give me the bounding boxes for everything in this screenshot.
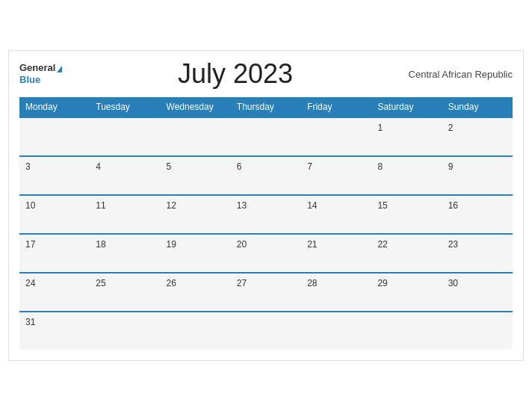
- calendar-day-7: 7: [301, 156, 371, 195]
- calendar-day-empty: [161, 312, 231, 350]
- calendar-week-5: 24252627282930: [19, 273, 513, 312]
- calendar-day-21: 21: [301, 234, 371, 273]
- calendar-day-24: 24: [19, 273, 90, 312]
- calendar-day-19: 19: [161, 234, 231, 273]
- calendar-day-14: 14: [301, 195, 371, 234]
- calendar-day-empty: [90, 117, 160, 156]
- calendar-day-empty: [301, 312, 371, 350]
- calendar: General Blue July 2023 Central African R…: [8, 50, 524, 361]
- calendar-day-31: 31: [19, 312, 90, 350]
- calendar-day-23: 23: [442, 234, 513, 273]
- calendar-day-empty: [371, 312, 442, 350]
- calendar-day-empty: [442, 312, 513, 350]
- calendar-header: General Blue July 2023 Central African R…: [19, 58, 513, 90]
- calendar-day-2: 2: [442, 117, 513, 156]
- calendar-week-2: 3456789: [19, 156, 513, 195]
- calendar-day-10: 10: [19, 195, 90, 234]
- calendar-day-empty: [231, 312, 301, 350]
- calendar-table: MondayTuesdayWednesdayThursdayFridaySatu…: [19, 97, 513, 350]
- calendar-day-9: 9: [442, 156, 513, 195]
- calendar-body: 1234567891011121314151617181920212223242…: [19, 117, 513, 350]
- calendar-day-11: 11: [90, 195, 160, 234]
- calendar-day-22: 22: [371, 234, 442, 273]
- month-title: July 2023: [178, 58, 293, 90]
- calendar-day-26: 26: [161, 273, 231, 312]
- day-headers: MondayTuesdayWednesdayThursdayFridaySatu…: [19, 97, 513, 117]
- day-header-friday: Friday: [301, 97, 371, 117]
- day-header-tuesday: Tuesday: [90, 97, 160, 117]
- calendar-day-28: 28: [301, 273, 371, 312]
- calendar-day-12: 12: [161, 195, 231, 234]
- day-header-monday: Monday: [19, 97, 90, 117]
- day-header-wednesday: Wednesday: [161, 97, 231, 117]
- day-header-saturday: Saturday: [371, 97, 442, 117]
- calendar-day-5: 5: [161, 156, 231, 195]
- calendar-day-20: 20: [231, 234, 301, 273]
- calendar-day-6: 6: [231, 156, 301, 195]
- calendar-day-3: 3: [19, 156, 90, 195]
- calendar-day-empty: [19, 117, 90, 156]
- calendar-day-16: 16: [442, 195, 513, 234]
- calendar-day-27: 27: [231, 273, 301, 312]
- calendar-day-empty: [301, 117, 371, 156]
- calendar-day-13: 13: [231, 195, 301, 234]
- calendar-week-3: 10111213141516: [19, 195, 513, 234]
- country-label: Central African Republic: [409, 69, 513, 80]
- calendar-day-1: 1: [371, 117, 442, 156]
- calendar-day-4: 4: [90, 156, 160, 195]
- calendar-week-4: 17181920212223: [19, 234, 513, 273]
- calendar-day-29: 29: [371, 273, 442, 312]
- calendar-day-empty: [90, 312, 160, 350]
- calendar-day-8: 8: [371, 156, 442, 195]
- calendar-day-15: 15: [371, 195, 442, 234]
- logo-general: General: [19, 62, 62, 74]
- calendar-week-1: 12: [19, 117, 513, 156]
- calendar-week-6: 31: [19, 312, 513, 350]
- calendar-day-25: 25: [90, 273, 160, 312]
- calendar-day-17: 17: [19, 234, 90, 273]
- calendar-day-18: 18: [90, 234, 160, 273]
- calendar-day-empty: [231, 117, 301, 156]
- calendar-day-empty: [161, 117, 231, 156]
- calendar-header-row: MondayTuesdayWednesdayThursdayFridaySatu…: [19, 97, 513, 117]
- logo: General Blue: [19, 62, 62, 85]
- day-header-sunday: Sunday: [442, 97, 513, 117]
- logo-triangle-icon: [57, 66, 62, 72]
- day-header-thursday: Thursday: [231, 97, 301, 117]
- calendar-day-30: 30: [442, 273, 513, 312]
- logo-blue: Blue: [19, 74, 62, 86]
